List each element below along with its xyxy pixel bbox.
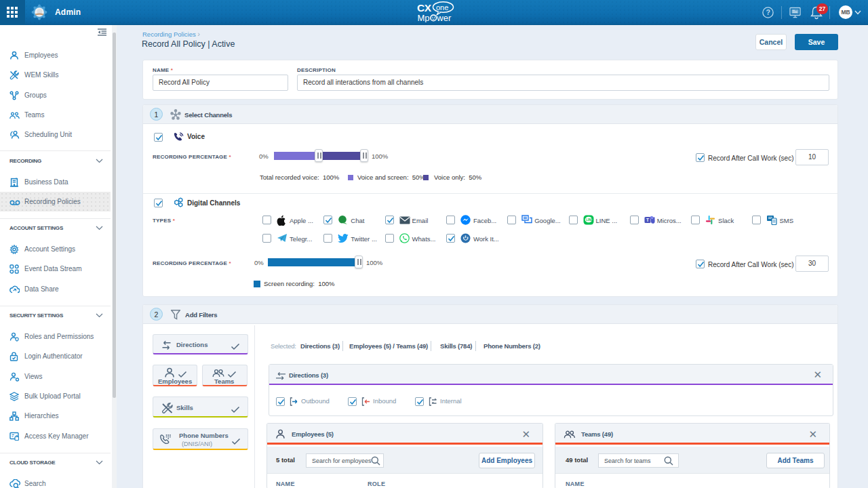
svg-text:wer: wer <box>436 13 452 22</box>
svg-text:LINE: LINE <box>586 218 593 222</box>
svg-text:T: T <box>646 218 649 222</box>
svg-text:CX: CX <box>417 2 432 14</box>
svg-text:?: ? <box>766 8 770 16</box>
svg-text:Mp: Mp <box>418 13 430 22</box>
svg-text:one: one <box>436 3 448 12</box>
